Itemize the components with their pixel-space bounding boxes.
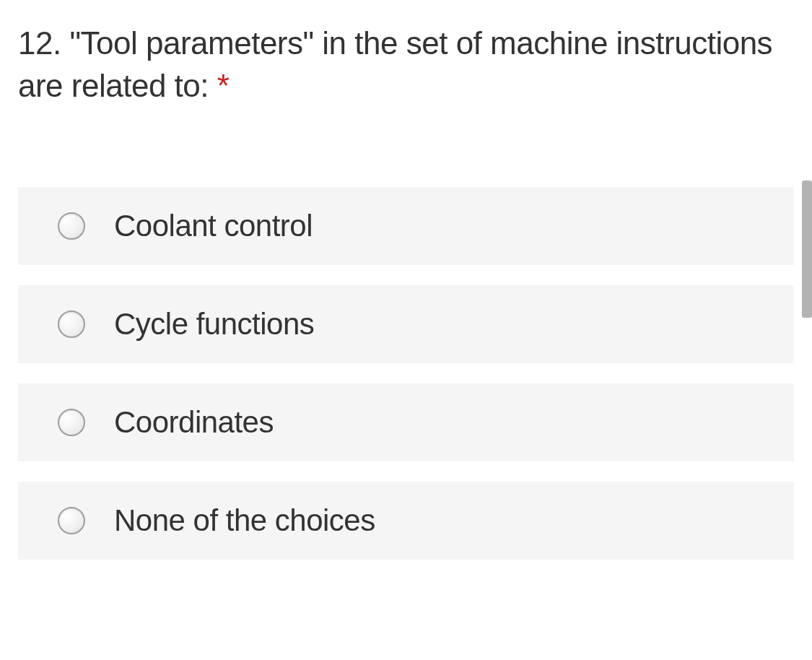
option-label: Cycle functions	[114, 307, 314, 342]
option-coordinates[interactable]: Coordinates	[18, 383, 794, 461]
option-coolant-control[interactable]: Coolant control	[18, 187, 794, 265]
required-asterisk: *	[217, 68, 230, 103]
question-body: "Tool parameters" in the set of machine …	[18, 25, 772, 103]
question-text: 12. "Tool parameters" in the set of mach…	[18, 22, 794, 108]
radio-icon[interactable]	[58, 409, 85, 436]
question-container: 12. "Tool parameters" in the set of mach…	[0, 0, 812, 108]
option-none-of-the-choices[interactable]: None of the choices	[18, 482, 794, 560]
option-label: Coordinates	[114, 405, 274, 440]
radio-icon[interactable]	[58, 507, 85, 534]
scrollbar-thumb[interactable]	[802, 181, 812, 318]
options-container: Coolant control Cycle functions Coordina…	[0, 187, 812, 560]
radio-icon[interactable]	[58, 212, 85, 240]
radio-icon[interactable]	[58, 311, 85, 338]
option-label: None of the choices	[114, 503, 375, 538]
option-cycle-functions[interactable]: Cycle functions	[18, 285, 794, 363]
option-label: Coolant control	[114, 209, 313, 243]
question-number: 12.	[18, 25, 61, 61]
